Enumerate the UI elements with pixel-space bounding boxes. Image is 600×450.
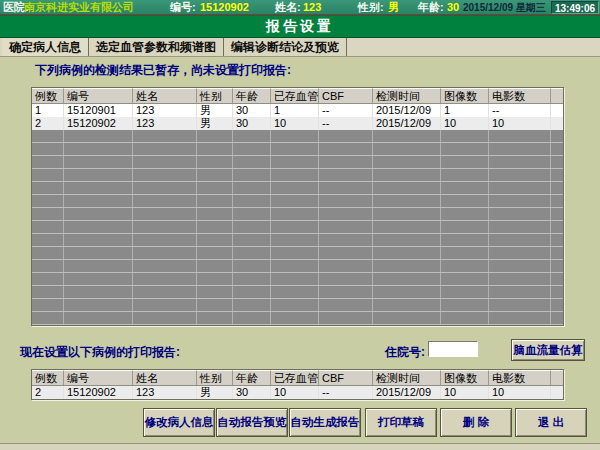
table-cell-empty: [32, 247, 64, 259]
table-cell-empty: [271, 286, 319, 298]
table-cell-empty: [489, 130, 551, 142]
table-cell-empty: [441, 130, 489, 142]
table-cell-empty: [197, 234, 233, 246]
table-cell-empty: [133, 260, 197, 272]
table-cell-empty: [233, 169, 271, 181]
table-cell-empty: [32, 221, 64, 233]
table-cell: 2015/12/09: [373, 386, 441, 399]
table-cell: --: [319, 104, 373, 117]
hospital-name: 南京科进实业有限公司: [24, 1, 134, 14]
table-cell: --: [319, 117, 373, 130]
table-cell-empty: [233, 247, 271, 259]
table-cell-empty: [319, 130, 373, 142]
tab-edit-diagnosis-preview[interactable]: 编辑诊断结论及预览: [224, 38, 347, 56]
admission-number-label: 住院号:: [385, 344, 425, 361]
patient-name-label: 姓名:: [275, 1, 301, 14]
table-cell-empty: [233, 208, 271, 220]
table-cell-empty: [319, 156, 373, 168]
table-cell-empty: [489, 299, 551, 311]
table-cell-empty: [319, 247, 373, 259]
table-cell-empty: [319, 312, 373, 324]
table-cell-empty: [32, 169, 64, 181]
table-cell-empty: [197, 247, 233, 259]
table-cell: 123: [133, 386, 197, 399]
cbf-estimate-button[interactable]: 脑血流量估算: [511, 339, 585, 361]
column-header: [551, 370, 563, 386]
table-cell-empty: [441, 286, 489, 298]
column-header: 检测时间: [373, 370, 441, 386]
table-cell-empty: [373, 234, 441, 246]
table-cell: --: [319, 386, 373, 399]
column-header: 性别: [197, 370, 233, 386]
table-cell-empty: [319, 208, 373, 220]
table-cell-empty: [64, 208, 133, 220]
table-cell: 10: [489, 386, 551, 399]
admission-number-input[interactable]: [428, 341, 478, 357]
patient-id-value: 15120902: [200, 1, 249, 14]
table-row[interactable]: 215120902123男3010--2015/12/091010: [32, 386, 563, 399]
table-cell-empty: [64, 299, 133, 311]
table-row[interactable]: 215120902123男3010--2015/12/091010: [32, 117, 563, 130]
table-cell-empty: [271, 221, 319, 233]
column-header: 性别: [197, 88, 233, 104]
table-cell-empty: [64, 130, 133, 142]
table-cell-empty: [373, 208, 441, 220]
table-cell-empty: [133, 312, 197, 324]
table-cell-empty: [133, 299, 197, 311]
delete-button[interactable]: 删 除: [440, 408, 512, 437]
table-cell: [551, 104, 563, 117]
table-cell-empty: [551, 286, 563, 298]
table-cell-empty: [197, 312, 233, 324]
table-cell: 123: [133, 117, 197, 130]
table-cell-empty: [32, 299, 64, 311]
table-cell-empty: [489, 182, 551, 194]
table-cell-empty: [551, 156, 563, 168]
table-cell-empty: [489, 273, 551, 285]
table-cell-empty: [133, 221, 197, 233]
table-cell-empty: [233, 195, 271, 207]
table-cell-empty: [271, 169, 319, 181]
page-title: 报告设置: [0, 15, 600, 38]
table-cell-empty: [319, 221, 373, 233]
table-cell-empty: [233, 260, 271, 272]
table-cell-empty: [32, 286, 64, 298]
table-cell-empty: [489, 286, 551, 298]
table-cell-empty: [441, 182, 489, 194]
table-cell: 15120901: [64, 104, 133, 117]
table-cell: 2015/12/09: [373, 104, 441, 117]
table-cell: 10: [489, 117, 551, 130]
print-draft-button[interactable]: 打印草稿: [365, 408, 437, 437]
top-info-bar: 医院: 南京科进实业有限公司 编号: 15120902 姓名: 123 性别: …: [0, 0, 600, 15]
auto-report-preview-button[interactable]: 自动报告预览: [216, 408, 288, 437]
tab-patient-info[interactable]: 确定病人信息: [2, 38, 89, 56]
table-row[interactable]: 115120901123男301--2015/12/091--: [32, 104, 563, 117]
table-cell-empty: [271, 182, 319, 194]
table-cell-empty: [32, 312, 64, 324]
table-cell: 男: [197, 386, 233, 399]
table-cell-empty: [551, 169, 563, 181]
table-cell-empty: [233, 182, 271, 194]
modify-patient-info-button[interactable]: 修改病人信息: [143, 408, 215, 437]
column-header: 姓名: [133, 88, 197, 104]
table-cell-empty: [551, 143, 563, 155]
table-cell: 10: [271, 386, 319, 399]
table-cell-empty: [133, 195, 197, 207]
table-cell: 1: [441, 104, 489, 117]
table-cell-empty: [271, 247, 319, 259]
auto-generate-report-button[interactable]: 自动生成报告: [289, 408, 361, 437]
table-cell-empty: [373, 143, 441, 155]
table-cell: 123: [133, 104, 197, 117]
table-empty-row: [32, 234, 563, 247]
table-cell-empty: [319, 143, 373, 155]
table-cell-empty: [373, 299, 441, 311]
table-empty-row: [32, 221, 563, 234]
table-cell-empty: [133, 130, 197, 142]
column-header: 检测时间: [373, 88, 441, 104]
tab-vessel-params-spectrum[interactable]: 选定血管参数和频谱图: [89, 38, 224, 56]
table-cell-empty: [319, 286, 373, 298]
table-cell-empty: [551, 299, 563, 311]
exit-button[interactable]: 退 出: [515, 408, 587, 437]
table-cell-empty: [233, 286, 271, 298]
table-cell: 男: [197, 104, 233, 117]
table-empty-row: [32, 312, 563, 325]
